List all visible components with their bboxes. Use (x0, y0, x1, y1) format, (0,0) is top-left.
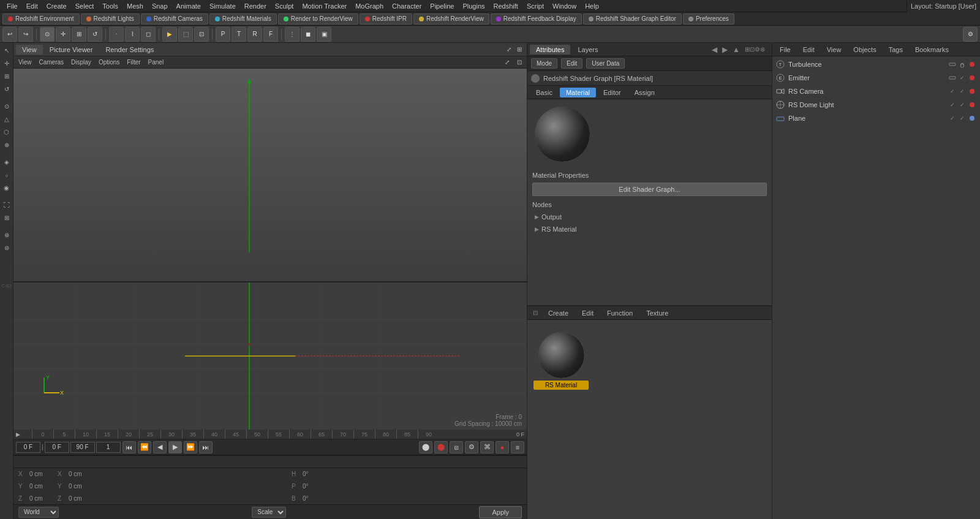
obj-emitter[interactable]: E Emitter ✓ (774, 71, 979, 85)
shader-tab-function[interactable]: Function (601, 308, 639, 318)
obj-domelight[interactable]: RS Dome Light ✓ ✓ (774, 98, 979, 112)
vpmenu-cameras[interactable]: Cameras (37, 58, 67, 66)
menu-tools[interactable]: Tools (98, 1, 123, 11)
vp-layout-btn[interactable]: ⊞ (514, 45, 524, 53)
btn-prev-frame[interactable]: ⏪ (138, 441, 151, 453)
btn-timeline-extra[interactable]: ≡ (511, 441, 524, 453)
rs-environment-btn[interactable]: Redshift Environment (2, 13, 80, 25)
turbulence-lock-btn[interactable] (958, 60, 967, 69)
mat-tab-editor[interactable]: Editor (597, 88, 627, 97)
tool-settings[interactable]: ⚙ (963, 27, 978, 42)
sidebar-tool2[interactable]: △ (1, 113, 13, 125)
vpmenu-options[interactable]: Options (96, 58, 122, 66)
btn-key-auto[interactable]: ⬤ (419, 441, 432, 453)
tab-layers[interactable]: Layers (571, 45, 604, 55)
emitter-red-btn[interactable] (968, 74, 976, 82)
tool-poly-mode[interactable]: ◻ (141, 27, 156, 42)
edit-shader-btn[interactable]: Edit Shader Graph... (532, 183, 767, 196)
tool-camera-front[interactable]: F (263, 27, 278, 42)
vp-split-btn[interactable]: ⊡ (514, 58, 524, 66)
scale-dropdown[interactable]: Scale (252, 507, 286, 518)
menu-plugins[interactable]: Plugins (458, 1, 489, 11)
attr-nav-up[interactable]: ▲ (731, 45, 742, 54)
menu-pipeline[interactable]: Pipeline (426, 1, 458, 11)
mat-tab-assign[interactable]: Assign (628, 88, 661, 97)
menu-create[interactable]: Create (42, 1, 71, 11)
menu-render[interactable]: Render (240, 1, 271, 11)
btn-key-add[interactable]: ⬤ (434, 441, 448, 453)
menu-file[interactable]: File (2, 1, 22, 11)
rs-renderview-btn[interactable]: Redshift RenderView (413, 13, 489, 25)
rs-render-btn[interactable]: Render to RenderView (278, 13, 358, 25)
menu-window[interactable]: Window (548, 1, 581, 11)
sidebar-tool4[interactable]: ⊕ (1, 138, 13, 151)
tool-render-active[interactable]: ⊡ (194, 27, 209, 42)
obj-tab-file[interactable]: File (775, 45, 796, 55)
rs-ipr-btn[interactable]: Redshift IPR (360, 13, 412, 25)
user-data-btn[interactable]: User Data (586, 58, 625, 69)
rscamera-check-btn[interactable]: ✓ (958, 87, 967, 96)
vpmenu-filter[interactable]: Filter (124, 58, 143, 66)
frame-current-input[interactable] (16, 442, 40, 453)
attr-nav-back[interactable]: ◀ (710, 45, 719, 54)
tool-render-region[interactable]: ⬚ (178, 27, 193, 42)
attr-nav-forward[interactable]: ▶ (720, 45, 729, 54)
vp-fullscreen-btn[interactable]: ⤢ (502, 58, 512, 66)
rscamera-red-btn[interactable] (968, 87, 976, 96)
menu-script[interactable]: Script (522, 1, 548, 11)
tool-scale[interactable]: ⊞ (72, 27, 86, 42)
tool-display-texture[interactable]: ▣ (317, 27, 331, 42)
domelight-check-btn[interactable]: ✓ (958, 100, 967, 109)
sidebar-tool9[interactable]: ⊞ (1, 211, 13, 224)
bottom-viewport[interactable]: Y X Frame : 0 Grid Spacing : 10000 cm (13, 282, 527, 430)
menu-animate[interactable]: Animate (172, 1, 205, 11)
tool-camera-top[interactable]: T (232, 27, 246, 42)
mode-btn[interactable]: Mode (531, 58, 557, 69)
obj-turbulence[interactable]: T Turbulence (774, 58, 979, 71)
sidebar-select-icon[interactable]: ↖ (1, 44, 13, 56)
rs-feedback-btn[interactable]: Redshift Feedback Display (491, 13, 582, 25)
tool-display-shaded[interactable]: ◼ (301, 27, 315, 42)
menu-motion-tracker[interactable]: Motion Tracker (298, 1, 351, 11)
rs-shader-graph-btn[interactable]: Redshift Shader Graph Editor (583, 13, 682, 25)
btn-skip-end[interactable]: ⏭ (199, 441, 213, 453)
menu-select[interactable]: Select (71, 1, 99, 11)
sidebar-tool11[interactable]: ⊜ (1, 241, 13, 254)
vpmenu-display[interactable]: Display (69, 58, 94, 66)
tool-live-select[interactable]: ⊙ (40, 27, 55, 42)
domelight-vis-btn[interactable]: ✓ (948, 100, 957, 109)
rs-material-node[interactable]: RS Material (533, 332, 589, 390)
tool-edge-mode[interactable]: ⌇ (125, 27, 140, 42)
sidebar-tool8[interactable]: ⛶ (1, 199, 13, 211)
domelight-red-btn[interactable] (968, 100, 976, 109)
plane-blue-btn[interactable] (968, 114, 976, 123)
node-output[interactable]: ▶ Output (532, 211, 767, 223)
menu-mesh[interactable]: Mesh (123, 1, 148, 11)
edit-btn[interactable]: Edit (561, 58, 582, 69)
sidebar-move-icon[interactable]: ✛ (1, 57, 13, 69)
btn-timeline-options[interactable]: ⚙ (465, 441, 478, 453)
sidebar-tool1[interactable]: ⊙ (1, 100, 13, 112)
shader-graph-content[interactable]: RS Material (527, 320, 772, 519)
menu-character[interactable]: Character (388, 1, 426, 11)
node-rs-material[interactable]: ▶ RS Material (532, 223, 767, 235)
emitter-check-btn[interactable]: ✓ (958, 74, 967, 82)
obj-tab-tags[interactable]: Tags (884, 45, 908, 55)
menu-mograph[interactable]: MoGraph (351, 1, 388, 11)
plane-check-btn[interactable]: ✓ (958, 114, 967, 123)
btn-stop[interactable]: ⏩ (184, 441, 197, 453)
apply-button[interactable]: Apply (479, 506, 522, 518)
tab-render-settings[interactable]: Render Settings (99, 45, 160, 55)
sidebar-tool6[interactable]: ⬦ (1, 169, 13, 181)
obj-rscamera[interactable]: RS Camera ✓ ✓ (774, 85, 979, 98)
btn-key-remove[interactable]: ⦻ (450, 441, 463, 453)
sidebar-rotate-icon[interactable]: ↺ (1, 83, 13, 95)
shader-tab-edit[interactable]: Edit (576, 308, 600, 318)
rs-materials-btn[interactable]: Redshift Materials (209, 13, 277, 25)
btn-motion-path[interactable]: ⌘ (480, 441, 494, 453)
btn-play-reverse[interactable]: ◀ (153, 441, 167, 453)
obj-tab-objects[interactable]: Objects (848, 45, 881, 55)
rscamera-vis-btn[interactable]: ✓ (948, 87, 957, 96)
menu-redshift[interactable]: Redshift (489, 1, 522, 11)
menu-snap[interactable]: Snap (148, 1, 172, 11)
